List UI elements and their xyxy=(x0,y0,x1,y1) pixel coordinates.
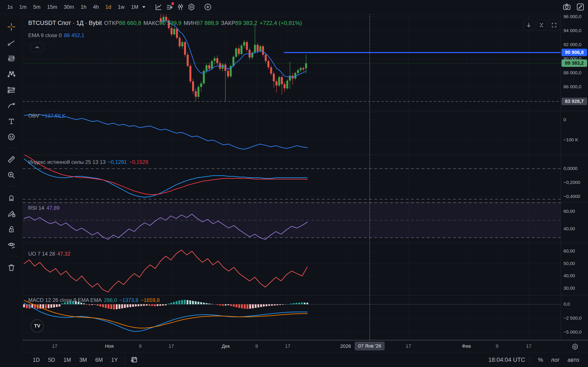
exit-fullscreen-button[interactable] xyxy=(575,1,586,12)
uo-legend-value: 47,32 xyxy=(57,251,70,257)
screenshot-button[interactable] xyxy=(561,1,572,12)
collapse-vertical-icon xyxy=(538,22,545,28)
time-label: 17 xyxy=(285,343,290,349)
panel-separator[interactable] xyxy=(23,155,588,155)
percent-scale-toggle[interactable]: % xyxy=(534,357,547,363)
clock[interactable]: 18:04:04 UTC xyxy=(488,357,525,363)
projection-tool[interactable] xyxy=(5,83,18,96)
add-button[interactable] xyxy=(202,1,213,12)
uo-legend-name[interactable]: UO 7 14 28 xyxy=(28,251,55,257)
sidebar-divider xyxy=(6,186,17,187)
timeframe-1h[interactable]: 1h xyxy=(77,0,90,14)
emoji-tool[interactable] xyxy=(5,131,18,143)
rsi-legend-name[interactable]: RSI 14 xyxy=(28,205,44,211)
magnet-tool[interactable] xyxy=(5,191,18,204)
panel-price[interactable] xyxy=(23,14,561,111)
ema-legend-value: 88 452,1 xyxy=(64,32,84,38)
camera-icon xyxy=(562,3,571,11)
collapse-pane-button[interactable] xyxy=(536,20,547,31)
timeframe-1M[interactable]: 1M xyxy=(128,0,141,14)
range-1m[interactable]: 1M xyxy=(59,357,75,363)
axis-tick: 92 000,0 xyxy=(563,42,581,47)
symbol-legend: BTCUSDT Спот · 1Д · Bybit ОТКР88 660,8 М… xyxy=(28,20,302,26)
timeframe-5m[interactable]: 5m xyxy=(30,0,44,14)
goto-date-button[interactable] xyxy=(128,354,140,366)
crosshair-tool[interactable] xyxy=(5,21,18,33)
timeframe-menu-caret-icon[interactable] xyxy=(142,6,146,8)
compare-button[interactable] xyxy=(175,1,186,12)
panel-separator[interactable] xyxy=(23,295,588,295)
time-label: Фев xyxy=(462,343,471,349)
axis-tick: 60,00 xyxy=(563,248,575,254)
tradingview-logo[interactable]: TV xyxy=(31,319,44,333)
timeframe-30m[interactable]: 30m xyxy=(61,0,78,14)
ema-legend-name[interactable]: EMA 9 close 0 xyxy=(28,32,62,38)
maximize-pane-button[interactable] xyxy=(549,20,560,31)
time-label: 9 xyxy=(255,343,258,349)
fib-retracement-tool[interactable] xyxy=(5,52,18,65)
axis-tick: 40,00 xyxy=(563,226,575,231)
zoom-in-tool[interactable] xyxy=(5,169,18,182)
lock-all-tool[interactable] xyxy=(5,223,18,235)
rsi-legend: RSI 14 47,89 xyxy=(28,205,60,211)
alert-hexagon-icon xyxy=(187,3,196,11)
timeframe-4h[interactable]: 4h xyxy=(90,0,102,14)
axis-tick: 0 xyxy=(563,117,566,122)
panel-separator[interactable] xyxy=(23,243,588,243)
top-toolbar: 1s 1m 5m 15m 30m 1h 4h 1d 1w 1M xyxy=(0,0,588,14)
ohlc-low: МИН87 888,9 xyxy=(183,20,218,26)
range-3m[interactable]: 3M xyxy=(75,357,91,363)
range-1y[interactable]: 1Y xyxy=(107,357,122,363)
symbol-title[interactable]: BTCUSDT Спот · 1Д · Bybit xyxy=(28,20,102,26)
price-axis[interactable]: 96 000,094 000,092 000,090 000,088 000,0… xyxy=(561,14,588,340)
chart-style-button[interactable] xyxy=(153,1,164,12)
time-label: 9 xyxy=(139,343,141,349)
time-axis[interactable]: 17Ноя917Дек917202617Фев91707 Янв '26 xyxy=(0,340,588,352)
chevron-up-icon xyxy=(35,46,40,49)
axis-tick: −2 500,0 xyxy=(563,316,581,321)
timeframe-15m[interactable]: 15m xyxy=(44,0,61,14)
timeframe-1w[interactable]: 1w xyxy=(115,0,128,14)
panel-separator[interactable] xyxy=(23,202,588,202)
macd-legend-value1: 286,0 xyxy=(104,297,117,303)
indicators-button[interactable] xyxy=(164,1,175,12)
time-label: 17 xyxy=(406,343,411,349)
ruler-tool[interactable] xyxy=(5,153,18,166)
panel-separator[interactable] xyxy=(23,111,588,111)
axis-tick: 94 000,0 xyxy=(563,28,581,33)
drawing-toolbar xyxy=(0,14,23,367)
hide-drawings-tool[interactable] xyxy=(5,239,18,251)
timeframe-1d[interactable]: 1d xyxy=(102,0,115,14)
bottombar-separator xyxy=(125,356,125,364)
obv-legend-name[interactable]: OBV xyxy=(28,113,39,119)
range-6m[interactable]: 6M xyxy=(91,357,107,363)
drawing-lock-tool[interactable] xyxy=(5,207,18,220)
auto-scale-toggle[interactable]: авто xyxy=(563,357,583,363)
text-tool[interactable] xyxy=(5,115,18,128)
price-label: 90 906,8 xyxy=(562,49,587,56)
price-change: +722,4 (+0,81%) xyxy=(260,20,302,26)
trend-line-tool[interactable] xyxy=(5,36,18,49)
xabcd-pattern-tool[interactable] xyxy=(5,68,18,80)
price-label: 83 928,7 xyxy=(562,98,587,105)
timeframe-1s[interactable]: 1s xyxy=(4,0,16,14)
legend-collapse-button[interactable] xyxy=(31,43,44,52)
range-5d[interactable]: 5D xyxy=(44,357,59,363)
brush-tool[interactable] xyxy=(5,99,18,112)
alert-button[interactable] xyxy=(186,1,197,12)
tsi-legend-name[interactable]: Индекс истинной силы 25 13 13 xyxy=(28,159,106,165)
time-label: Дек xyxy=(222,343,230,349)
sidebar-divider xyxy=(6,256,17,256)
panel-obv[interactable] xyxy=(23,111,561,155)
panel-uo[interactable] xyxy=(23,243,561,295)
macd-legend-name[interactable]: MACD 12 26 close 9 EMA EMA xyxy=(28,297,102,303)
scroll-to-recent-button[interactable] xyxy=(523,20,534,31)
panel-rsi[interactable] xyxy=(23,202,561,243)
time-label: 9 xyxy=(496,343,498,349)
range-1d[interactable]: 1D xyxy=(29,357,44,363)
log-scale-toggle[interactable]: лог xyxy=(547,357,563,363)
arrow-down-icon xyxy=(526,22,532,28)
timeframe-1m[interactable]: 1m xyxy=(16,0,30,14)
axis-tick: −0,2000 xyxy=(563,180,580,185)
remove-drawings-tool[interactable] xyxy=(5,261,18,274)
